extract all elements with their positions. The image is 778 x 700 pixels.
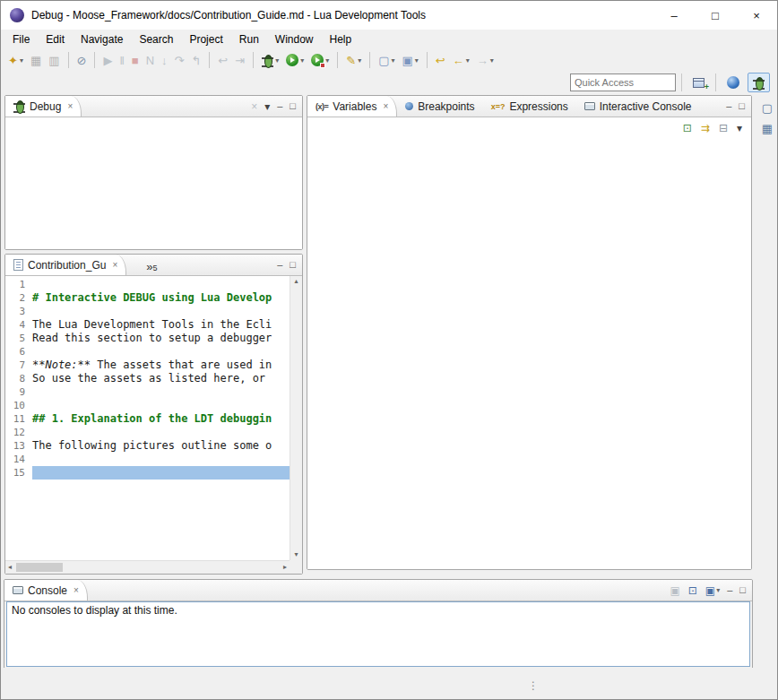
editor-overflow-tabs[interactable]: » 5 [141,255,162,275]
external-tools-button[interactable]: ▾ [308,50,332,70]
suspend-button[interactable]: ‖ [117,50,126,70]
step-into-button[interactable]: ↓ [159,50,170,70]
close-icon[interactable]: × [112,260,117,270]
save-all-button[interactable]: ▥ [46,50,62,70]
new-lua-file-button[interactable]: ▢▾ [376,50,397,70]
editor-line[interactable]: 5Read this section to setup a debugger [5,332,290,345]
maximize-icon[interactable]: □ [290,101,296,111]
variables-content[interactable] [307,139,751,569]
drop-to-frame-button[interactable]: ↩ [215,50,230,70]
menu-item-search[interactable]: Search [131,31,181,48]
editor-line[interactable]: 12 [5,426,290,439]
scroll-left-icon[interactable]: ◂ [8,564,12,571]
maximize-icon[interactable]: □ [739,101,745,111]
window-close-button[interactable]: × [736,1,777,30]
editor-horizontal-scrollbar[interactable]: ◂ ▸ [5,560,290,574]
add-watch-icon[interactable]: ⇉ [701,123,710,134]
drop-to-frame-icon: ↩ [218,55,228,66]
editor-line[interactable]: 9 [5,385,290,399]
variables-icon: (x)= [316,102,328,111]
use-step-filters-button[interactable]: ⇥ [232,50,247,70]
maximize-icon[interactable]: □ [290,260,296,270]
tab-console[interactable]: Console × [4,580,88,601]
main-toolbar: ✦▾▦▥⊘▶‖■N↓↷↰↩⇥▾▾▾✎▾▢▾▣▾↩←▾→▾ [1,48,777,72]
sash-grip[interactable]: ⋮ [528,680,539,691]
view-menu-icon[interactable]: ▾ [737,123,742,134]
editor-line[interactable]: 14 [5,453,290,466]
tab-expressions[interactable]: x=?Expressions [483,96,576,117]
mark-occurrences-button[interactable]: ✎▾ [343,50,364,70]
menu-item-navigate[interactable]: Navigate [73,31,131,48]
maximize-icon[interactable]: □ [739,585,746,595]
close-icon[interactable]: × [67,101,73,111]
editor-line[interactable]: 7**Note:** The assets that are used in [5,359,290,372]
display-selected-console-icon[interactable]: ⊡ [688,585,697,596]
menu-item-window[interactable]: Window [267,31,322,48]
editor-line[interactable]: 2# Interactive DEBUG using Lua Develop [5,291,290,305]
scroll-right-icon[interactable]: ▸ [283,564,287,571]
menu-item-file[interactable]: File [4,31,38,48]
tab-variables[interactable]: (x)=Variables× [307,96,397,117]
new-button[interactable]: ✦▾ [5,50,26,70]
step-return-button[interactable]: ↰ [188,50,203,70]
window-minimize-button[interactable]: – [653,1,695,30]
scrollbar-corner [290,560,302,574]
editor-line[interactable]: 13The following pictures outline some o [5,439,290,453]
tab-debug[interactable]: Debug × [5,96,82,117]
open-console-icon[interactable]: ▣▾ [705,585,720,596]
open-console-page-icon[interactable]: ▣ [670,585,679,596]
editor-line[interactable]: 8So use the assets as listed here, or [5,372,290,385]
editor-text-area[interactable]: 12# Interactive DEBUG using Lua Develop3… [5,276,290,560]
save-button[interactable]: ▦ [28,50,44,70]
close-icon[interactable]: × [73,585,79,595]
menu-item-help[interactable]: Help [322,31,360,48]
open-lua-element-button[interactable]: ▣▾ [399,50,420,70]
tab-contribution-guide[interactable]: Contribution_Gu × [5,255,126,275]
menu-item-edit[interactable]: Edit [38,31,73,48]
menu-item-project[interactable]: Project [181,31,230,48]
show-logical-structures-icon[interactable]: ⊡ [683,123,692,134]
forward-button[interactable]: →▾ [474,50,497,70]
editor-line[interactable]: 3 [5,305,290,318]
editor-line[interactable]: 10 [5,399,290,412]
window-maximize-button[interactable]: □ [695,1,736,30]
run-button[interactable]: ▾ [283,50,307,70]
scroll-down-icon[interactable]: ▾ [294,551,298,558]
terminate-button[interactable]: ■ [129,50,142,70]
disconnect-button[interactable]: N [143,50,157,70]
skip-all-breakpoints-button[interactable]: ⊘ [74,50,90,70]
minimize-icon[interactable]: ‒ [277,260,282,270]
tab-breakpoints[interactable]: Breakpoints [397,96,482,117]
close-icon[interactable]: × [383,101,388,111]
debug-button[interactable]: ▾ [259,50,281,70]
resume-button[interactable]: ▶ [100,50,115,70]
last-edit-location-button[interactable]: ↩ [433,50,448,70]
tab-interactive-console[interactable]: Interactive Console [576,96,700,117]
editor-line[interactable]: 4The Lua Development Tools in the Ecli [5,318,290,332]
ldt-perspective-button[interactable] [722,73,744,92]
minimize-icon[interactable]: ‒ [277,101,282,111]
step-over-button[interactable]: ↷ [172,50,187,70]
collapse-all-icon[interactable]: ⊟ [719,123,728,134]
minimize-icon[interactable]: ‒ [726,101,731,111]
editor-line[interactable]: 11## 1. Explanation of the LDT debuggin [5,412,290,426]
minimize-icon[interactable]: ‒ [727,585,732,595]
restore-minimized-view-icon[interactable]: ▢ [762,102,773,114]
debug-view-content[interactable] [5,117,302,249]
editor-vertical-scrollbar[interactable]: ▴ ▾ [290,276,302,560]
menu-item-run[interactable]: Run [231,31,267,48]
quick-access-input[interactable] [570,73,676,91]
console-content[interactable]: No consoles to display at this time. [6,601,750,667]
remove-all-terminated-icon[interactable]: × [251,101,257,112]
editor-line[interactable]: 15 [5,466,290,480]
minimized-view-icon[interactable]: ▦ [762,123,773,134]
view-menu-icon[interactable]: ▾ [264,101,270,112]
back-button[interactable]: ←▾ [450,50,472,70]
editor-line-text: **Note:** The assets that are used in [32,359,290,372]
open-perspective-button[interactable] [687,73,710,92]
scroll-up-icon[interactable]: ▴ [294,278,298,285]
editor-line[interactable]: 6 [5,345,290,359]
scrollbar-thumb[interactable] [16,563,63,572]
debug-perspective-button[interactable] [748,73,770,92]
editor-line[interactable]: 1 [5,278,290,291]
